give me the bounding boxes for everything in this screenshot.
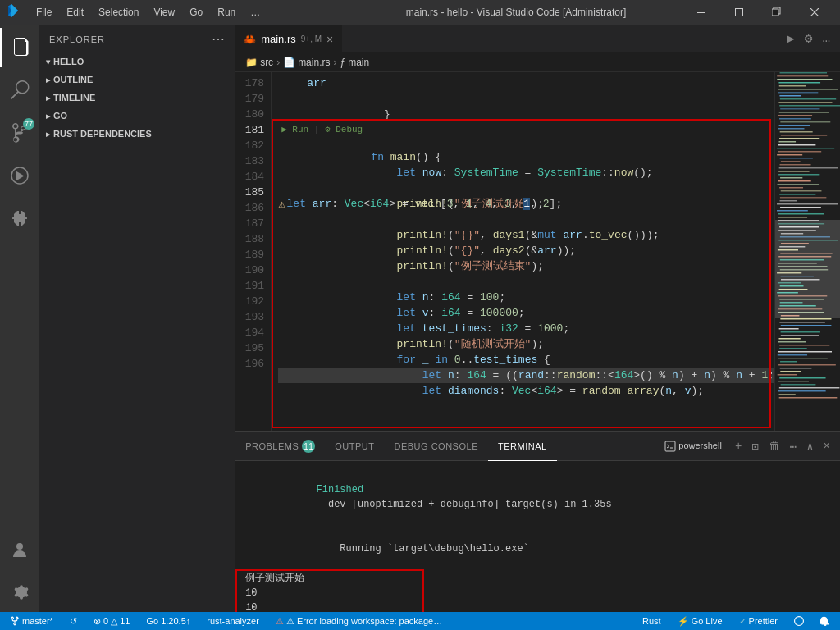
sidebar: EXPLORER ⋯ ▾ HELLO ▸ OUTLINE ▸ TIMELINE	[39, 25, 235, 612]
svg-rect-3	[772, 9, 778, 16]
term-line-2: 例子测试开始	[245, 571, 830, 586]
warning-icon: ⚠	[278, 199, 285, 210]
minimize-button[interactable]	[682, 0, 720, 25]
menu-edit[interactable]: Edit	[60, 5, 90, 20]
problems-badge: 11	[302, 440, 315, 453]
term-line-0: Finished dev [unoptimized + debuginfo] t…	[245, 468, 830, 527]
status-sync[interactable]: ↺	[66, 616, 80, 627]
terminal-icon	[664, 441, 676, 452]
status-go-live[interactable]: ⚡ Go Live	[674, 616, 726, 627]
chevron-right-icon-4: ▸	[46, 130, 50, 139]
sidebar-section-rust-header[interactable]: ▸ RUST DEPENDENCIES	[39, 126, 235, 142]
status-go-version[interactable]: Go 1.20.5↑	[143, 616, 194, 626]
status-language[interactable]: Rust	[639, 616, 664, 626]
tile-button[interactable]	[758, 0, 796, 25]
menu-view[interactable]: View	[147, 5, 181, 20]
tab-filename: main.rs	[261, 33, 296, 45]
status-error-msg[interactable]: ⚠ ⚠ Error loading workspace: packages.Lo…	[272, 616, 450, 627]
status-remote[interactable]	[791, 616, 807, 626]
bell-icon	[820, 616, 830, 626]
code-line-185: ⚠ let arr: Vec<i64> = vec![3, 1, 4, 3, 1…	[278, 196, 774, 212]
status-prettier[interactable]: ✓ Prettier	[736, 616, 781, 627]
panel-maximize[interactable]: ∧	[803, 436, 816, 457]
sidebar-section-outline: ▸ OUTLINE	[39, 71, 235, 88]
panel-tab-right: powershell + ⊡ 🗑 ⋯ ∧ ×	[664, 436, 840, 457]
term-line-4: 10	[245, 600, 830, 612]
activity-accounts[interactable]	[0, 530, 39, 569]
code-content[interactable]: arr } ▶ Run | ⚙ Debug fn main() {	[272, 72, 774, 431]
menu-selection[interactable]: Selection	[92, 5, 145, 20]
svg-point-7	[16, 543, 23, 550]
bottom-panel: PROBLEMS 11 OUTPUT DEBUG CONSOLE TERMINA…	[235, 431, 840, 612]
status-errors[interactable]: ⊗ 0 △ 11	[90, 616, 134, 627]
status-rust-analyzer[interactable]: rust-analyzer	[203, 616, 262, 626]
run-button[interactable]: ▶	[783, 27, 798, 50]
status-branch[interactable]: master*	[7, 616, 57, 626]
activity-explorer[interactable]	[0, 28, 39, 67]
svg-rect-8	[665, 441, 675, 451]
terminal-title: powershell	[664, 441, 722, 452]
more-button[interactable]: …	[819, 28, 833, 49]
folder-icon: 📁	[245, 57, 258, 68]
menu-file[interactable]: File	[30, 5, 58, 20]
breadcrumb-fn[interactable]: ƒ main	[340, 57, 369, 68]
panel-more[interactable]: ⋯	[787, 436, 800, 457]
window-title: main.rs - hello - Visual Studio Code [Ad…	[356, 7, 676, 18]
activity-search[interactable]	[0, 71, 39, 110]
sidebar-section-go: ▸ GO	[39, 107, 235, 124]
status-notifications[interactable]	[817, 616, 833, 626]
term-line-3: 10	[245, 586, 830, 600]
activity-bar: 77	[0, 25, 39, 612]
menu-go[interactable]: Go	[183, 5, 209, 20]
sidebar-more-icon[interactable]: ⋯	[212, 31, 226, 47]
app-container: 77 EXPLORER ⋯ ▾	[0, 25, 840, 630]
breadcrumb: 📁 src › 📄 main.rs › ƒ main	[235, 53, 840, 72]
breadcrumb-file[interactable]: 📄 main.rs	[283, 57, 330, 68]
panel-tab-debug-console[interactable]: DEBUG CONSOLE	[385, 432, 488, 461]
sidebar-section-timeline-header[interactable]: ▸ TIMELINE	[39, 89, 235, 106]
sidebar-section-go-header[interactable]: ▸ GO	[39, 107, 235, 124]
code-line-179: }	[278, 91, 774, 107]
sidebar-section-outline-header[interactable]: ▸ OUTLINE	[39, 71, 235, 88]
breadcrumb-sep-2: ›	[333, 57, 336, 68]
tab-badge: 9+, M	[301, 34, 322, 43]
sidebar-section-hello: ▾ HELLO	[39, 53, 235, 70]
panel-tab-terminal[interactable]: TERMINAL	[488, 432, 557, 461]
activity-run[interactable]	[0, 156, 39, 195]
chevron-right-icon: ▸	[46, 75, 50, 84]
panel-new-terminal[interactable]: +	[732, 436, 745, 456]
debug-button[interactable]: ⚙	[801, 27, 816, 50]
code-area[interactable]: 178179180 181 182183184 185 186187188189…	[235, 72, 840, 431]
rust-file-icon: 🦀	[244, 34, 256, 45]
terminal-content[interactable]: Finished dev [unoptimized + debuginfo] t…	[235, 461, 840, 612]
editor-tab-main-rs[interactable]: 🦀 main.rs 9+, M ×	[235, 25, 342, 53]
activity-settings[interactable]	[0, 573, 39, 612]
menu-run[interactable]: Run	[211, 5, 242, 20]
menu-bar: File Edit Selection View Go Run …	[30, 5, 349, 20]
line-numbers: 178179180 181 182183184 185 186187188189…	[235, 72, 272, 431]
menu-more[interactable]: …	[244, 5, 267, 20]
sidebar-section-rust: ▸ RUST DEPENDENCIES	[39, 126, 235, 142]
run-debug-link[interactable]: ▶ Run | ⚙ Debug	[278, 122, 774, 134]
panel-close[interactable]: ×	[820, 436, 833, 456]
chevron-down-icon: ▾	[46, 57, 50, 66]
panel-tab-output[interactable]: OUTPUT	[325, 432, 384, 461]
close-button[interactable]	[796, 0, 833, 25]
maximize-button[interactable]	[720, 0, 758, 25]
svg-rect-0	[697, 12, 705, 13]
sidebar-section-timeline: ▸ TIMELINE	[39, 89, 235, 106]
activity-source-control[interactable]: 77	[0, 113, 39, 153]
minimap	[774, 72, 840, 431]
activity-extensions[interactable]	[0, 199, 39, 238]
file-icon: 📄	[283, 57, 295, 68]
sidebar-section-hello-header[interactable]: ▾ HELLO	[39, 53, 235, 70]
svg-rect-1	[736, 9, 743, 16]
panel-split[interactable]: ⊡	[748, 436, 761, 457]
editor-area: 🦀 main.rs 9+, M × ▶ ⚙ … 📁 src ›	[235, 25, 840, 612]
remote-icon	[794, 616, 804, 626]
code-editor[interactable]: 178179180 181 182183184 185 186187188189…	[235, 72, 840, 431]
panel-trash[interactable]: 🗑	[765, 436, 783, 456]
panel-tab-problems[interactable]: PROBLEMS 11	[235, 432, 325, 461]
tab-close-button[interactable]: ×	[326, 33, 333, 46]
breadcrumb-src[interactable]: 📁 src	[245, 57, 273, 68]
